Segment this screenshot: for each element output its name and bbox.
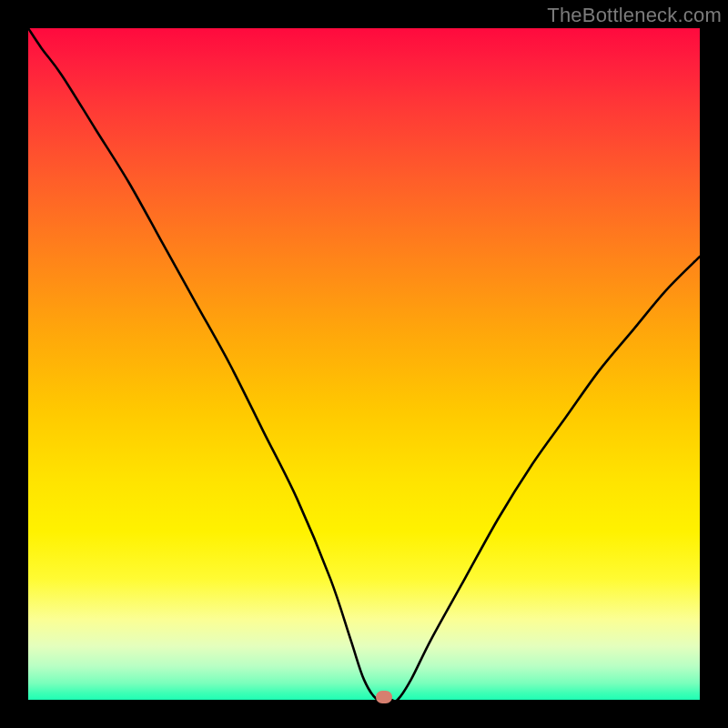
chart-frame: TheBottleneck.com [0,0,728,728]
plot-background [28,28,700,700]
watermark-text: TheBottleneck.com [547,4,722,27]
current-point-marker [376,691,392,703]
